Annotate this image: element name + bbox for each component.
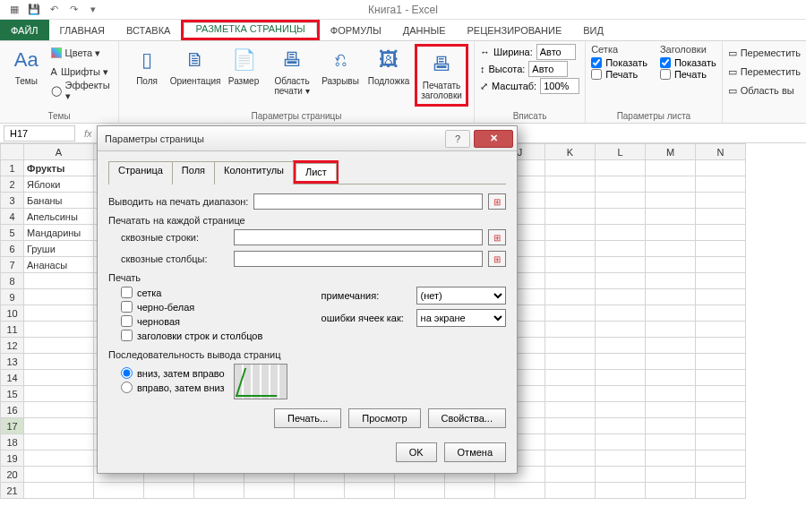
tab-home[interactable]: ГЛАВНАЯ bbox=[49, 20, 116, 40]
cols-repeat-ref-button[interactable]: ⊞ bbox=[488, 251, 506, 267]
dlg-tab-margins[interactable]: Поля bbox=[172, 161, 215, 184]
row-header[interactable]: 12 bbox=[1, 338, 24, 354]
comments-select[interactable]: (нет) bbox=[416, 287, 506, 305]
cell[interactable]: Ананасы bbox=[24, 257, 94, 273]
cell[interactable]: Фрукты bbox=[24, 160, 94, 176]
cell[interactable]: Мандарины bbox=[24, 225, 94, 241]
width-input[interactable] bbox=[536, 44, 576, 60]
row-header[interactable]: 16 bbox=[1, 402, 24, 418]
row-header[interactable]: 1 bbox=[1, 160, 24, 176]
headings-print-checkbox[interactable] bbox=[660, 69, 671, 80]
row-header[interactable]: 17 bbox=[1, 418, 24, 434]
ok-button[interactable]: OK bbox=[396, 442, 437, 462]
print-area-input[interactable] bbox=[253, 193, 483, 210]
gridlines-checkbox[interactable] bbox=[121, 287, 133, 298]
order-down-label: вниз, затем вправо bbox=[137, 368, 225, 379]
rows-repeat-ref-button[interactable]: ⊞ bbox=[488, 229, 506, 245]
page-setup-dialog: Параметры страницы ? ✕ Страница Поля Кол… bbox=[97, 125, 518, 474]
save-icon[interactable]: 💾 bbox=[27, 3, 41, 17]
tab-data[interactable]: ДАННЫЕ bbox=[392, 20, 457, 40]
orientation-button[interactable]: 🗎Ориентация bbox=[173, 44, 218, 88]
row-header[interactable]: 7 bbox=[1, 257, 24, 273]
selection-pane-button[interactable]: ▭Область вы bbox=[728, 82, 801, 99]
rowcol-headings-checkbox[interactable] bbox=[121, 330, 133, 341]
gridlines-view-checkbox[interactable] bbox=[591, 57, 602, 68]
col-header[interactable]: N bbox=[696, 144, 746, 160]
scale-input[interactable] bbox=[540, 78, 579, 94]
print-area-button[interactable]: 🖶Область печати ▾ bbox=[270, 44, 314, 98]
tab-review[interactable]: РЕЦЕНЗИРОВАНИЕ bbox=[456, 20, 572, 40]
background-button[interactable]: 🖼Подложка bbox=[366, 44, 411, 88]
margins-button[interactable]: ▯Поля bbox=[124, 44, 169, 88]
print-titles-button[interactable]: 🖶Печатать заголовки bbox=[419, 48, 464, 102]
draft-checkbox[interactable] bbox=[121, 315, 133, 327]
themes-button[interactable]: Aa Темы bbox=[5, 44, 47, 88]
fonts-button[interactable]: AШрифты ▾ bbox=[51, 63, 113, 81]
cancel-button[interactable]: Отмена bbox=[444, 442, 506, 462]
tab-insert[interactable]: ВСТАВКА bbox=[116, 20, 181, 40]
col-header[interactable]: K bbox=[545, 144, 596, 160]
ribbon-tabs: ФАЙЛ ГЛАВНАЯ ВСТАВКА РАЗМЕТКА СТРАНИЦЫ Ф… bbox=[0, 20, 806, 41]
dialog-titlebar[interactable]: Параметры страницы ? ✕ bbox=[98, 126, 517, 151]
cell[interactable]: Бананы bbox=[24, 193, 94, 209]
row-header[interactable]: 13 bbox=[1, 354, 24, 370]
undo-icon[interactable]: ↶ bbox=[47, 3, 61, 17]
row-header[interactable]: 11 bbox=[1, 322, 24, 338]
print-area-ref-button[interactable]: ⊞ bbox=[488, 193, 506, 210]
row-header[interactable]: 3 bbox=[1, 193, 24, 209]
help-button[interactable]: ? bbox=[445, 130, 470, 148]
headings-view-checkbox[interactable] bbox=[660, 57, 671, 68]
breaks-button[interactable]: ⎌Разрывы bbox=[318, 44, 363, 88]
print-button[interactable]: Печать... bbox=[274, 408, 341, 428]
tab-formulas[interactable]: ФОРМУЛЫ bbox=[320, 20, 392, 40]
row-header[interactable]: 2 bbox=[1, 176, 24, 193]
row-header[interactable]: 18 bbox=[1, 434, 24, 450]
bw-checkbox[interactable] bbox=[121, 301, 133, 313]
dlg-tab-headerfooter[interactable]: Колонтитулы bbox=[214, 161, 294, 184]
row-header[interactable]: 4 bbox=[1, 209, 24, 225]
options-button[interactable]: Свойства... bbox=[428, 408, 506, 428]
tab-page-layout[interactable]: РАЗМЕТКА СТРАНИЦЫ bbox=[184, 22, 316, 35]
tab-view[interactable]: ВИД bbox=[572, 20, 614, 40]
redo-icon[interactable]: ↷ bbox=[66, 3, 81, 17]
dlg-tab-sheet[interactable]: Лист bbox=[296, 163, 337, 181]
col-header[interactable]: L bbox=[596, 144, 646, 160]
row-header[interactable]: 6 bbox=[1, 241, 24, 257]
cols-repeat-input[interactable] bbox=[234, 251, 483, 267]
row-header[interactable]: 15 bbox=[1, 386, 24, 402]
preview-button[interactable]: Просмотр bbox=[348, 408, 420, 428]
order-down-radio[interactable] bbox=[121, 367, 133, 379]
effects-button[interactable]: ◯Эффекты ▾ bbox=[51, 82, 113, 99]
col-header[interactable]: A bbox=[24, 144, 94, 160]
select-all-corner[interactable] bbox=[1, 144, 24, 160]
size-button[interactable]: 📄Размер bbox=[221, 44, 266, 88]
row-header[interactable]: 10 bbox=[1, 305, 24, 322]
cell[interactable]: Груши bbox=[24, 241, 94, 257]
qat-dropdown-icon[interactable]: ▾ bbox=[86, 3, 100, 17]
tab-file[interactable]: ФАЙЛ bbox=[0, 20, 49, 40]
order-over-radio[interactable] bbox=[121, 382, 133, 393]
send-backward-button[interactable]: ▭Переместить bbox=[728, 63, 801, 81]
row-header[interactable]: 8 bbox=[1, 273, 24, 289]
row-header[interactable]: 20 bbox=[1, 467, 24, 483]
gridlines-print-checkbox[interactable] bbox=[591, 69, 602, 80]
name-box[interactable]: H17 bbox=[4, 125, 75, 142]
errors-select[interactable]: на экране bbox=[416, 309, 506, 327]
window-title: Книга1 - Excel bbox=[368, 4, 438, 16]
colors-button[interactable]: Цвета ▾ bbox=[51, 44, 113, 62]
close-button[interactable]: ✕ bbox=[474, 130, 513, 148]
dlg-tab-page[interactable]: Страница bbox=[108, 161, 173, 184]
cell[interactable]: Яблоки bbox=[24, 176, 94, 193]
rows-repeat-input[interactable] bbox=[234, 229, 483, 245]
fx-icon[interactable]: fx bbox=[84, 128, 92, 139]
row-header[interactable]: 5 bbox=[1, 225, 24, 241]
col-header[interactable]: M bbox=[646, 144, 696, 160]
row-header[interactable]: 9 bbox=[1, 289, 24, 305]
row-header[interactable]: 21 bbox=[1, 483, 24, 499]
cell[interactable]: Апельсины bbox=[24, 209, 94, 225]
bring-forward-button[interactable]: ▭Переместить bbox=[728, 44, 801, 62]
scale-icon: ⤢ bbox=[480, 81, 488, 92]
row-header[interactable]: 14 bbox=[1, 370, 24, 386]
row-header[interactable]: 19 bbox=[1, 450, 24, 467]
height-input[interactable] bbox=[528, 61, 568, 77]
